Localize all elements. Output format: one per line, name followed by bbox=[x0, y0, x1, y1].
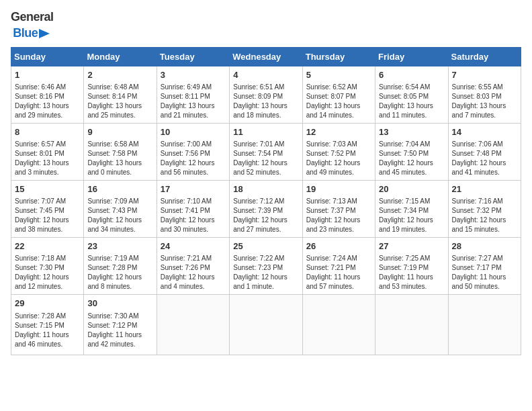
calendar-row: 1Sunrise: 6:46 AM Sunset: 8:16 PM Daylig… bbox=[11, 66, 521, 123]
day-number: 11 bbox=[233, 126, 298, 138]
day-info: Sunrise: 6:51 AM Sunset: 8:09 PM Dayligh… bbox=[233, 83, 298, 120]
day-number: 20 bbox=[379, 183, 444, 195]
day-info: Sunrise: 6:57 AM Sunset: 8:01 PM Dayligh… bbox=[15, 140, 80, 177]
calendar-body: 1Sunrise: 6:46 AM Sunset: 8:16 PM Daylig… bbox=[11, 66, 521, 355]
table-cell: 4Sunrise: 6:51 AM Sunset: 8:09 PM Daylig… bbox=[230, 66, 302, 123]
table-cell: 28Sunrise: 7:27 AM Sunset: 7:17 PM Dayli… bbox=[448, 238, 521, 295]
calendar-row: 15Sunrise: 7:07 AM Sunset: 7:45 PM Dayli… bbox=[11, 180, 521, 237]
day-number: 27 bbox=[379, 240, 444, 253]
day-number: 28 bbox=[452, 240, 517, 253]
table-cell: 21Sunrise: 7:16 AM Sunset: 7:32 PM Dayli… bbox=[448, 180, 521, 237]
table-cell: 22Sunrise: 7:18 AM Sunset: 7:30 PM Dayli… bbox=[11, 238, 84, 295]
calendar-table: Sunday Monday Tuesday Wednesday Thursday… bbox=[11, 47, 521, 356]
col-tuesday: Tuesday bbox=[157, 47, 229, 66]
day-number: 17 bbox=[161, 183, 226, 195]
table-cell: 23Sunrise: 7:19 AM Sunset: 7:28 PM Dayli… bbox=[84, 238, 157, 295]
table-cell: 30Sunrise: 7:30 AM Sunset: 7:12 PM Dayli… bbox=[84, 295, 157, 355]
day-info: Sunrise: 6:55 AM Sunset: 8:03 PM Dayligh… bbox=[452, 83, 517, 120]
table-cell bbox=[375, 295, 448, 355]
day-info: Sunrise: 7:00 AM Sunset: 7:56 PM Dayligh… bbox=[161, 140, 226, 177]
day-info: Sunrise: 7:03 AM Sunset: 7:52 PM Dayligh… bbox=[306, 140, 371, 177]
table-cell: 11Sunrise: 7:01 AM Sunset: 7:54 PM Dayli… bbox=[230, 123, 302, 180]
day-number: 7 bbox=[452, 69, 517, 81]
table-cell: 20Sunrise: 7:15 AM Sunset: 7:34 PM Dayli… bbox=[375, 180, 448, 237]
day-info: Sunrise: 7:07 AM Sunset: 7:45 PM Dayligh… bbox=[15, 197, 80, 234]
logo-arrow-icon bbox=[38, 28, 51, 40]
day-info: Sunrise: 7:04 AM Sunset: 7:50 PM Dayligh… bbox=[379, 140, 444, 177]
day-number: 26 bbox=[306, 240, 371, 253]
day-number: 4 bbox=[233, 69, 298, 81]
table-cell: 14Sunrise: 7:06 AM Sunset: 7:48 PM Dayli… bbox=[448, 123, 521, 180]
day-number: 3 bbox=[161, 69, 226, 81]
table-cell: 26Sunrise: 7:24 AM Sunset: 7:21 PM Dayli… bbox=[302, 238, 375, 295]
header-row: Sunday Monday Tuesday Wednesday Thursday… bbox=[11, 47, 521, 66]
day-number: 6 bbox=[379, 69, 444, 81]
col-sunday: Sunday bbox=[11, 47, 84, 66]
table-cell: 24Sunrise: 7:21 AM Sunset: 7:26 PM Dayli… bbox=[157, 238, 229, 295]
day-number: 30 bbox=[87, 298, 152, 310]
day-info: Sunrise: 7:13 AM Sunset: 7:37 PM Dayligh… bbox=[306, 197, 371, 234]
logo: GeneralBlue bbox=[11, 11, 54, 40]
day-number: 5 bbox=[306, 69, 371, 81]
calendar-row: 22Sunrise: 7:18 AM Sunset: 7:30 PM Dayli… bbox=[11, 238, 521, 295]
table-cell: 6Sunrise: 6:54 AM Sunset: 8:05 PM Daylig… bbox=[375, 66, 448, 123]
col-thursday: Thursday bbox=[302, 47, 375, 66]
day-info: Sunrise: 7:12 AM Sunset: 7:39 PM Dayligh… bbox=[233, 197, 298, 234]
day-number: 2 bbox=[87, 69, 152, 81]
table-cell: 10Sunrise: 7:00 AM Sunset: 7:56 PM Dayli… bbox=[157, 123, 229, 180]
day-info: Sunrise: 6:48 AM Sunset: 8:14 PM Dayligh… bbox=[87, 83, 152, 120]
day-number: 1 bbox=[15, 69, 80, 81]
page-header: GeneralBlue bbox=[11, 11, 521, 40]
calendar-row: 29Sunrise: 7:28 AM Sunset: 7:15 PM Dayli… bbox=[11, 295, 521, 355]
table-cell bbox=[157, 295, 229, 355]
table-cell bbox=[230, 295, 302, 355]
day-info: Sunrise: 7:15 AM Sunset: 7:34 PM Dayligh… bbox=[379, 197, 444, 234]
day-number: 8 bbox=[15, 126, 80, 138]
day-number: 19 bbox=[306, 183, 371, 195]
table-cell: 13Sunrise: 7:04 AM Sunset: 7:50 PM Dayli… bbox=[375, 123, 448, 180]
table-cell: 16Sunrise: 7:09 AM Sunset: 7:43 PM Dayli… bbox=[84, 180, 157, 237]
day-info: Sunrise: 6:52 AM Sunset: 8:07 PM Dayligh… bbox=[306, 83, 371, 120]
table-cell: 25Sunrise: 7:22 AM Sunset: 7:23 PM Dayli… bbox=[230, 238, 302, 295]
table-cell: 9Sunrise: 6:58 AM Sunset: 7:58 PM Daylig… bbox=[84, 123, 157, 180]
day-info: Sunrise: 7:30 AM Sunset: 7:12 PM Dayligh… bbox=[87, 312, 152, 349]
day-number: 22 bbox=[15, 240, 80, 253]
day-info: Sunrise: 6:49 AM Sunset: 8:11 PM Dayligh… bbox=[161, 83, 226, 120]
day-info: Sunrise: 6:58 AM Sunset: 7:58 PM Dayligh… bbox=[87, 140, 152, 177]
col-monday: Monday bbox=[84, 47, 157, 66]
table-cell: 12Sunrise: 7:03 AM Sunset: 7:52 PM Dayli… bbox=[302, 123, 375, 180]
day-number: 14 bbox=[452, 126, 517, 138]
day-info: Sunrise: 7:22 AM Sunset: 7:23 PM Dayligh… bbox=[233, 254, 298, 291]
day-info: Sunrise: 7:06 AM Sunset: 7:48 PM Dayligh… bbox=[452, 140, 517, 177]
day-number: 13 bbox=[379, 126, 444, 138]
day-info: Sunrise: 7:16 AM Sunset: 7:32 PM Dayligh… bbox=[452, 197, 517, 234]
table-cell: 18Sunrise: 7:12 AM Sunset: 7:39 PM Dayli… bbox=[230, 180, 302, 237]
day-info: Sunrise: 7:24 AM Sunset: 7:21 PM Dayligh… bbox=[306, 254, 371, 291]
table-cell bbox=[302, 295, 375, 355]
day-number: 16 bbox=[87, 183, 152, 195]
day-number: 25 bbox=[233, 240, 298, 253]
col-friday: Friday bbox=[375, 47, 448, 66]
table-cell: 29Sunrise: 7:28 AM Sunset: 7:15 PM Dayli… bbox=[11, 295, 84, 355]
day-info: Sunrise: 7:25 AM Sunset: 7:19 PM Dayligh… bbox=[379, 254, 444, 291]
calendar-row: 8Sunrise: 6:57 AM Sunset: 8:01 PM Daylig… bbox=[11, 123, 521, 180]
svg-marker-0 bbox=[39, 29, 50, 38]
day-number: 15 bbox=[15, 183, 80, 195]
table-cell: 27Sunrise: 7:25 AM Sunset: 7:19 PM Dayli… bbox=[375, 238, 448, 295]
day-info: Sunrise: 7:27 AM Sunset: 7:17 PM Dayligh… bbox=[452, 254, 517, 291]
table-cell: 2Sunrise: 6:48 AM Sunset: 8:14 PM Daylig… bbox=[84, 66, 157, 123]
day-number: 23 bbox=[87, 240, 152, 253]
day-info: Sunrise: 6:46 AM Sunset: 8:16 PM Dayligh… bbox=[15, 83, 80, 120]
table-cell: 17Sunrise: 7:10 AM Sunset: 7:41 PM Dayli… bbox=[157, 180, 229, 237]
day-number: 29 bbox=[15, 298, 80, 310]
table-cell: 5Sunrise: 6:52 AM Sunset: 8:07 PM Daylig… bbox=[302, 66, 375, 123]
day-info: Sunrise: 7:09 AM Sunset: 7:43 PM Dayligh… bbox=[87, 197, 152, 234]
day-info: Sunrise: 7:01 AM Sunset: 7:54 PM Dayligh… bbox=[233, 140, 298, 177]
day-number: 12 bbox=[306, 126, 371, 138]
table-cell: 7Sunrise: 6:55 AM Sunset: 8:03 PM Daylig… bbox=[448, 66, 521, 123]
col-saturday: Saturday bbox=[448, 47, 521, 66]
day-info: Sunrise: 7:21 AM Sunset: 7:26 PM Dayligh… bbox=[161, 254, 226, 291]
day-info: Sunrise: 6:54 AM Sunset: 8:05 PM Dayligh… bbox=[379, 83, 444, 120]
table-cell: 3Sunrise: 6:49 AM Sunset: 8:11 PM Daylig… bbox=[157, 66, 229, 123]
day-number: 24 bbox=[161, 240, 226, 253]
